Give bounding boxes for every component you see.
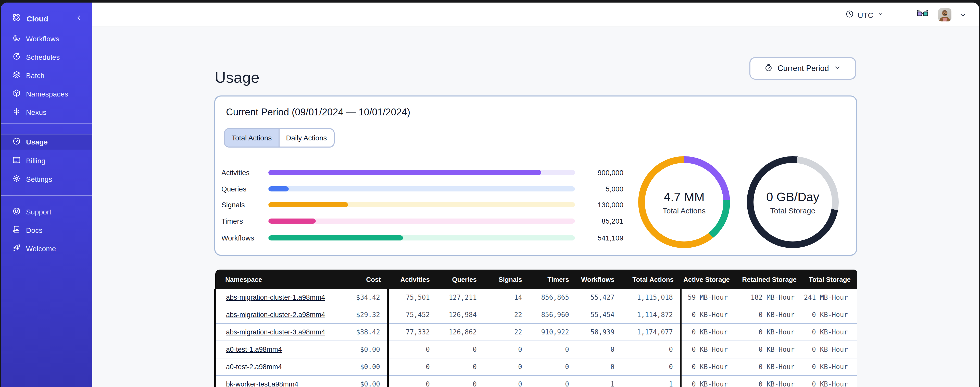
cell-active-storage: 0 KB-Hour bbox=[681, 376, 737, 387]
sidebar-item-batch[interactable]: Batch bbox=[1, 68, 92, 83]
bar-row-timers: Timers 85,201 bbox=[221, 216, 624, 226]
sidebar: Cloud Workflows Schedules Batch Namespac… bbox=[1, 3, 92, 387]
cell-cost: $34.42 bbox=[327, 289, 388, 306]
card-heading: Current Period (09/01/2024 — 10/01/2024) bbox=[226, 107, 410, 118]
bar-track bbox=[268, 170, 575, 175]
namespace-link[interactable]: abs-migration-cluster-2.a98mm4 bbox=[226, 311, 325, 318]
cell-total-actions: 1,115,018 bbox=[622, 289, 681, 306]
glasses-icon bbox=[916, 9, 929, 21]
tab-daily-actions[interactable]: Daily Actions bbox=[278, 129, 333, 147]
cell-cost: $29.32 bbox=[327, 306, 388, 323]
cell-signals: 14 bbox=[484, 289, 529, 306]
current-period-card: Current Period (09/01/2024 — 10/01/2024)… bbox=[214, 96, 857, 256]
cell-retained-storage: 0 KB-Hour bbox=[737, 376, 804, 387]
namespace-link[interactable]: bk-worker-test.a98mm4 bbox=[226, 381, 298, 387]
cell-timers: 0 bbox=[529, 341, 576, 358]
collapse-sidebar-chevron[interactable] bbox=[75, 14, 83, 24]
chevron-down-icon bbox=[834, 64, 841, 73]
actions-tab-group: Total Actions Daily Actions bbox=[224, 128, 335, 147]
cell-total-storage: 241 MB-Hour bbox=[804, 289, 857, 306]
cell-cost: $0.00 bbox=[327, 376, 388, 387]
period-selector-button[interactable]: Current Period bbox=[749, 57, 856, 80]
cell-workflows: 1 bbox=[576, 376, 622, 387]
sidebar-item-usage[interactable]: Usage bbox=[1, 134, 92, 150]
cell-queries: 127,211 bbox=[437, 289, 484, 306]
cell-queries: 0 bbox=[437, 358, 484, 376]
sidebar-item-namespaces[interactable]: Namespaces bbox=[1, 86, 92, 102]
docs-icon bbox=[12, 225, 21, 236]
bar-fill bbox=[268, 219, 316, 224]
sidebar-item-label: Settings bbox=[26, 175, 52, 183]
cell-total-storage: 0 KB-Hour bbox=[804, 341, 857, 358]
user-menu-chevron[interactable] bbox=[959, 11, 967, 21]
billing-icon bbox=[12, 155, 21, 166]
cell-retained-storage: 0 KB-Hour bbox=[737, 306, 804, 323]
sidebar-divider bbox=[1, 195, 92, 195]
cell-total-storage: 0 KB-Hour bbox=[804, 323, 857, 341]
chevron-down-icon bbox=[877, 10, 884, 19]
avatar[interactable] bbox=[938, 8, 951, 21]
cell-workflows: 0 bbox=[576, 358, 622, 376]
sidebar-item-workflows[interactable]: Workflows bbox=[1, 31, 92, 46]
table-row: a0-test-2.a98mm4 $0.00 0 0 0 0 0 0 0 KB-… bbox=[215, 358, 857, 376]
temporal-logo-icon bbox=[11, 12, 21, 24]
sidebar-item-schedules[interactable]: Schedules bbox=[1, 50, 92, 65]
cell-timers: 910,922 bbox=[529, 323, 576, 341]
cell-activities: 75,501 bbox=[388, 289, 437, 306]
bar-label: Queries bbox=[221, 185, 268, 193]
namespace-link[interactable]: a0-test-1.a98mm4 bbox=[226, 345, 282, 353]
sidebar-item-billing[interactable]: Billing bbox=[1, 153, 92, 168]
nexus-icon bbox=[12, 107, 21, 118]
col-cost: Cost bbox=[327, 270, 388, 289]
sidebar-item-label: Support bbox=[26, 208, 51, 216]
cell-activities: 0 bbox=[388, 341, 437, 358]
bar-track bbox=[268, 202, 575, 207]
donut-value: 4.7 MM bbox=[664, 190, 705, 204]
cell-active-storage: 0 KB-Hour bbox=[681, 358, 737, 376]
page-title: Usage bbox=[215, 69, 259, 86]
cell-total-actions: 1,174,077 bbox=[622, 323, 681, 341]
cell-total-actions: 0 bbox=[622, 358, 681, 376]
cell-total-actions: 1,114,872 bbox=[622, 306, 681, 323]
cell-timers: 856,960 bbox=[529, 306, 576, 323]
cell-total-storage: 0 KB-Hour bbox=[804, 358, 857, 376]
bar-fill bbox=[268, 202, 348, 207]
stopwatch-icon bbox=[764, 63, 773, 74]
col-timers: Timers bbox=[529, 270, 576, 289]
tab-total-actions[interactable]: Total Actions bbox=[225, 129, 278, 147]
table-row: bk-worker-test.a98mm4 $0.00 0 0 0 0 1 1 … bbox=[215, 376, 857, 387]
cell-total-actions: 0 bbox=[622, 341, 681, 358]
cell-retained-storage: 0 KB-Hour bbox=[737, 341, 804, 358]
cell-cost: $0.00 bbox=[327, 341, 388, 358]
cell-signals: 0 bbox=[484, 358, 529, 376]
sidebar-item-nexus[interactable]: Nexus bbox=[1, 105, 92, 120]
cell-retained-storage: 182 MB-Hour bbox=[737, 289, 804, 306]
sidebar-item-support[interactable]: Support bbox=[1, 204, 92, 219]
sidebar-item-docs[interactable]: Docs bbox=[1, 222, 92, 238]
bar-value: 5,000 bbox=[575, 185, 624, 193]
sidebar-item-settings[interactable]: Settings bbox=[1, 171, 92, 187]
bar-fill bbox=[268, 235, 403, 240]
cell-cost: $38.42 bbox=[327, 323, 388, 341]
col-workflows: Workflows bbox=[576, 270, 622, 289]
sidebar-item-welcome[interactable]: Welcome bbox=[1, 241, 92, 256]
sidebar-brand[interactable]: Cloud bbox=[1, 11, 92, 26]
timezone-selector[interactable]: UTC bbox=[845, 3, 884, 27]
period-selector-label: Current Period bbox=[778, 64, 829, 73]
sidebar-item-label: Schedules bbox=[26, 53, 60, 61]
namespace-link[interactable]: abs-migration-cluster-3.a98mm4 bbox=[226, 328, 325, 336]
col-activities: Activities bbox=[388, 270, 437, 289]
cell-total-actions: 1 bbox=[622, 376, 681, 387]
namespace-link[interactable]: abs-migration-cluster-1.a98mm4 bbox=[226, 294, 325, 301]
cell-activities: 0 bbox=[388, 376, 437, 387]
namespace-link[interactable]: a0-test-2.a98mm4 bbox=[226, 363, 282, 371]
usage-icon bbox=[12, 137, 21, 147]
cell-total-storage: 0 KB-Hour bbox=[804, 306, 857, 323]
cell-signals: 22 bbox=[484, 323, 529, 341]
bar-track bbox=[268, 219, 575, 224]
cell-timers: 0 bbox=[529, 358, 576, 376]
cell-queries: 0 bbox=[437, 341, 484, 358]
welcome-icon bbox=[12, 243, 21, 254]
total-actions-donut: 4.7 MM Total Actions bbox=[638, 156, 730, 248]
labs-toggle[interactable] bbox=[915, 8, 930, 21]
